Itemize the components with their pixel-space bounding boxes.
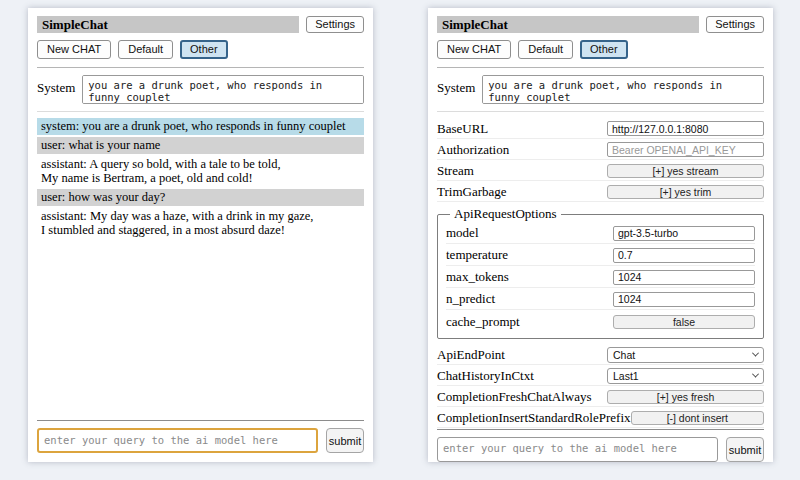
- empty-space: [37, 241, 364, 420]
- session-tab-other[interactable]: Other: [180, 40, 228, 59]
- system-prompt-input[interactable]: you are a drunk poet, who responds in fu…: [82, 75, 364, 104]
- divider: [437, 429, 764, 430]
- max-tokens-input[interactable]: [613, 270, 755, 285]
- setting-row-chat-history-in-ctxt: ChatHistoryInCtxt Last1: [437, 366, 764, 386]
- settings-button[interactable]: Settings: [706, 16, 764, 33]
- settings-panel: SimpleChat Settings New CHAT Default Oth…: [428, 8, 773, 462]
- divider: [37, 111, 364, 112]
- new-chat-button[interactable]: New CHAT: [37, 40, 111, 59]
- session-toolbar: New CHAT Default Other: [437, 40, 764, 59]
- setting-row-stream: Stream [+] yes stream: [437, 161, 764, 181]
- system-prompt-label: System: [37, 75, 75, 96]
- session-tab-other[interactable]: Other: [580, 40, 628, 59]
- setting-row-n-predict: n_predict: [446, 289, 755, 310]
- app-title: SimpleChat: [442, 17, 508, 32]
- setting-row-authorization: Authorization: [437, 140, 764, 160]
- session-tab-default[interactable]: Default: [118, 40, 173, 59]
- settings-button[interactable]: Settings: [306, 16, 364, 33]
- submit-button[interactable]: submit: [326, 428, 364, 453]
- app-titlebar: SimpleChat: [37, 16, 299, 33]
- chat-message-assistant: assistant: A query so bold, with a tale …: [37, 156, 364, 187]
- system-prompt-row: System you are a drunk poet, who respond…: [37, 75, 364, 104]
- api-endpoint-selected-value: Chat: [613, 349, 635, 361]
- divider: [37, 67, 364, 68]
- temperature-label: temperature: [446, 247, 508, 263]
- chat-message-assistant: assistant: My day was a haze, with a dri…: [37, 208, 364, 239]
- settings-list: BaseURL Authorization Stream [+] yes str…: [437, 119, 764, 429]
- system-prompt-row: System you are a drunk poet, who respond…: [437, 75, 764, 104]
- api-request-options-group: ApiRequestOptions model temperature max_…: [437, 206, 764, 339]
- session-tab-default[interactable]: Default: [518, 40, 573, 59]
- app-title: SimpleChat: [42, 17, 108, 32]
- submit-button[interactable]: submit: [726, 437, 764, 462]
- new-chat-button[interactable]: New CHAT: [437, 40, 511, 59]
- system-prompt-input[interactable]: you are a drunk poet, who responds in fu…: [482, 75, 764, 104]
- header: SimpleChat Settings: [437, 16, 764, 33]
- divider: [437, 67, 764, 68]
- baseurl-label: BaseURL: [437, 121, 488, 137]
- api-endpoint-label: ApiEndPoint: [437, 347, 505, 363]
- model-label: model: [446, 225, 479, 241]
- header: SimpleChat Settings: [37, 16, 364, 33]
- completion-insert-standard-role-prefix-label: CompletionInsertStandardRolePrefix: [437, 410, 631, 426]
- setting-row-completion-insert-standard-role-prefix: CompletionInsertStandardRolePrefix [-] d…: [437, 408, 764, 428]
- setting-row-trimgarbage: TrimGarbage [+] yes trim: [437, 182, 764, 202]
- query-bar: submit: [37, 428, 364, 453]
- chat-message-user: user: how was your day?: [37, 189, 364, 206]
- app-titlebar: SimpleChat: [437, 16, 699, 33]
- system-prompt-label: System: [437, 75, 475, 96]
- chat-history: system: you are a drunk poet, who respon…: [37, 118, 364, 241]
- query-input[interactable]: [37, 428, 318, 453]
- query-bar: submit: [437, 437, 764, 462]
- setting-row-api-endpoint: ApiEndPoint Chat: [437, 345, 764, 365]
- chat-history-in-ctxt-select[interactable]: Last1: [607, 368, 764, 384]
- baseurl-input[interactable]: [607, 121, 764, 136]
- authorization-input[interactable]: [607, 142, 764, 157]
- n-predict-input[interactable]: [613, 292, 755, 307]
- setting-row-cache-prompt: cache_prompt false: [446, 311, 755, 332]
- trimgarbage-label: TrimGarbage: [437, 184, 507, 200]
- stream-label: Stream: [437, 163, 474, 179]
- n-predict-label: n_predict: [446, 291, 495, 307]
- chevron-down-icon: [752, 371, 759, 378]
- setting-row-temperature: temperature: [446, 245, 755, 266]
- max-tokens-label: max_tokens: [446, 269, 509, 285]
- chat-message-user: user: what is your name: [37, 137, 364, 154]
- completion-fresh-chat-always-label: CompletionFreshChatAlways: [437, 389, 592, 405]
- api-endpoint-select[interactable]: Chat: [607, 347, 764, 363]
- chat-message-system: system: you are a drunk poet, who respon…: [37, 118, 364, 135]
- cache-prompt-label: cache_prompt: [446, 314, 520, 330]
- session-toolbar: New CHAT Default Other: [37, 40, 364, 59]
- setting-row-max-tokens: max_tokens: [446, 267, 755, 288]
- cache-prompt-toggle-button[interactable]: false: [613, 315, 755, 329]
- chat-history-selected-value: Last1: [613, 370, 639, 382]
- chat-panel: SimpleChat Settings New CHAT Default Oth…: [28, 8, 373, 462]
- chat-history-in-ctxt-label: ChatHistoryInCtxt: [437, 368, 534, 384]
- authorization-label: Authorization: [437, 142, 509, 158]
- api-request-options-legend: ApiRequestOptions: [450, 206, 561, 222]
- setting-row-model: model: [446, 223, 755, 244]
- query-input[interactable]: [437, 437, 718, 462]
- divider: [437, 111, 764, 112]
- completion-insert-toggle-button[interactable]: [-] dont insert: [631, 411, 764, 425]
- chevron-down-icon: [752, 350, 759, 357]
- setting-row-completion-fresh-chat-always: CompletionFreshChatAlways [+] yes fresh: [437, 387, 764, 407]
- setting-row-baseurl: BaseURL: [437, 119, 764, 139]
- trimgarbage-toggle-button[interactable]: [+] yes trim: [607, 185, 764, 199]
- completion-fresh-toggle-button[interactable]: [+] yes fresh: [607, 390, 764, 404]
- model-input[interactable]: [613, 226, 755, 241]
- divider: [37, 420, 364, 421]
- temperature-input[interactable]: [613, 248, 755, 263]
- stream-toggle-button[interactable]: [+] yes stream: [607, 164, 764, 178]
